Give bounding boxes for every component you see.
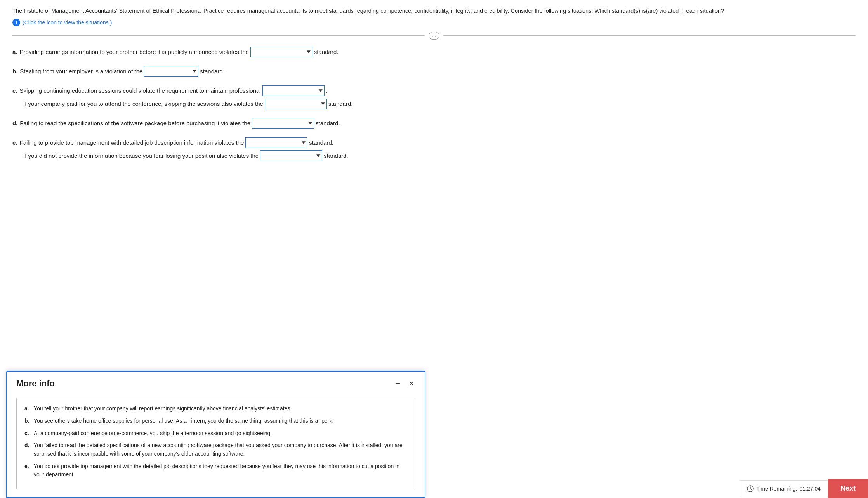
situations-list: a. You tell your brother that your compa… (24, 405, 407, 479)
question-d-text-after: standard. (316, 118, 340, 128)
question-e1-text-after: standard. (309, 138, 333, 148)
modal-close-button[interactable]: × (407, 379, 415, 388)
question-d-text-before: Failing to read the specifications of th… (20, 118, 250, 128)
question-a-text-after: standard. (314, 47, 339, 57)
click-hint-row[interactable]: i (Click the icon to view the situations… (12, 19, 856, 26)
clock-icon (747, 485, 754, 492)
questions-section: a. Providing earnings information to you… (12, 47, 856, 161)
select-c2[interactable]: competence confidentiality integrity cre… (265, 99, 327, 109)
question-label-e: e. (12, 138, 17, 148)
select-d[interactable]: competence confidentiality integrity cre… (252, 118, 314, 129)
svg-line-2 (750, 489, 752, 490)
modal-title: More info (16, 379, 55, 389)
time-remaining-display: Time Remaining: 01:27:04 (740, 480, 828, 497)
modal-minimize-button[interactable]: − (394, 379, 402, 388)
next-button[interactable]: Next (828, 479, 868, 498)
divider-right (443, 35, 856, 36)
question-c1-text-before: Skipping continuing education sessions c… (20, 86, 261, 96)
question-c2-text-before: If your company paid for you to attend t… (23, 99, 263, 109)
situation-b: b. You see others take home office suppl… (24, 417, 407, 425)
question-row-a: a. Providing earnings information to you… (12, 47, 856, 57)
select-c1[interactable]: competence confidentiality integrity cre… (262, 85, 325, 96)
question-row-d: d. Failing to read the specifications of… (12, 118, 856, 129)
question-label-a: a. (12, 47, 17, 57)
select-e1[interactable]: competence confidentiality integrity cre… (245, 137, 307, 148)
situation-a-label: a. (24, 405, 31, 413)
situation-a: a. You tell your brother that your compa… (24, 405, 407, 413)
situation-d: d. You failed to read the detailed speci… (24, 441, 407, 458)
main-content: The Institute of Management Accountants'… (0, 0, 868, 178)
modal-header: More info − × (7, 372, 425, 393)
bottom-bar: Time Remaining: 01:27:04 Next (740, 479, 868, 498)
situation-d-label: d. (24, 441, 31, 458)
question-label-b: b. (12, 66, 17, 76)
question-row-e: e. Failing to provide top management wit… (12, 137, 856, 161)
question-label-d: d. (12, 118, 17, 128)
intro-text: The Institute of Management Accountants'… (12, 7, 856, 16)
question-c2-text-after: standard. (328, 99, 353, 109)
modal-body: a. You tell your brother that your compa… (7, 393, 425, 497)
question-label-c: c. (12, 86, 17, 96)
divider-left (12, 35, 425, 36)
select-b[interactable]: competence confidentiality integrity cre… (144, 66, 198, 77)
question-e1-text-before: Failing to provide top management with d… (20, 138, 244, 148)
situation-b-text: You see others take home office supplies… (34, 417, 335, 425)
situation-e-label: e. (24, 462, 31, 479)
question-c1-text-after: . (326, 86, 328, 96)
question-b-text-after: standard. (200, 66, 224, 76)
question-e2-text-before: If you did not provide the information b… (23, 151, 259, 161)
divider-dots: ... (429, 32, 439, 40)
select-e2[interactable]: competence confidentiality integrity cre… (260, 150, 322, 161)
situation-c-label: c. (24, 429, 31, 438)
divider-row: ... (12, 32, 856, 40)
question-e2-text-after: standard. (324, 151, 348, 161)
time-value: 01:27:04 (799, 486, 821, 492)
situation-e: e. You do not provide top management wit… (24, 462, 407, 479)
situation-b-label: b. (24, 417, 31, 425)
situation-a-text: You tell your brother that your company … (34, 405, 292, 413)
modal-controls: − × (394, 379, 415, 388)
time-label: Time Remaining: (756, 486, 797, 492)
question-a-text-before: Providing earnings information to your b… (20, 47, 249, 57)
situation-e-text: You do not provide top management with t… (34, 462, 407, 479)
question-b-text-before: Stealing from your employer is a violati… (20, 66, 142, 76)
situation-c: c. At a company-paid conference on e-com… (24, 429, 407, 438)
modal-container: More info − × a. You tell your brother t… (6, 371, 425, 498)
situation-c-text: At a company-paid conference on e-commer… (34, 429, 272, 438)
hint-text: (Click the icon to view the situations.) (23, 19, 112, 26)
select-a[interactable]: competence confidentiality integrity cre… (250, 47, 312, 57)
question-row-b: b. Stealing from your employer is a viol… (12, 66, 856, 77)
question-row-c: c. Skipping continuing education session… (12, 85, 856, 109)
info-icon[interactable]: i (12, 19, 20, 26)
situations-box: a. You tell your brother that your compa… (16, 398, 415, 489)
situation-d-text: You failed to read the detailed specific… (34, 441, 407, 458)
